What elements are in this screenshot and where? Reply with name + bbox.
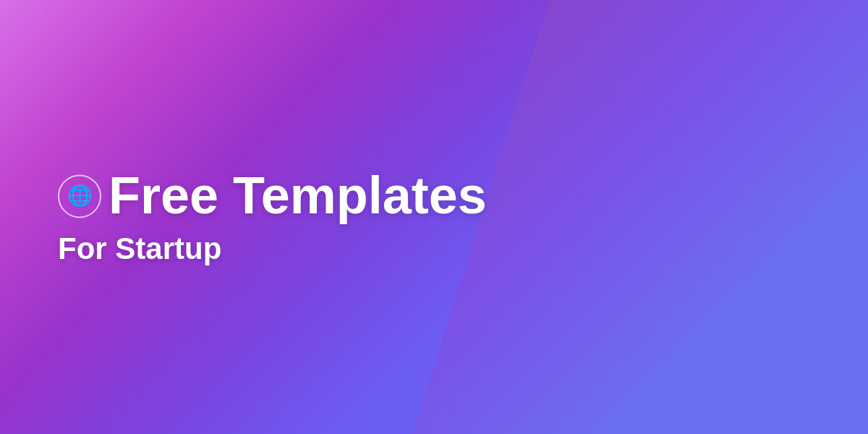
- hero-subtitle: For Startup: [58, 232, 487, 267]
- main-container: HTML Files 21 Niche Templates All Source…: [0, 0, 868, 434]
- hero-main-title: Free Templates: [109, 167, 487, 224]
- globe-icon: 🌐: [67, 184, 93, 208]
- globe-icon-circle: 🌐: [58, 174, 101, 218]
- title-with-icon: 🌐 Free Templates: [58, 167, 487, 224]
- hero-content: 🌐 Free Templates For Startup: [58, 167, 487, 266]
